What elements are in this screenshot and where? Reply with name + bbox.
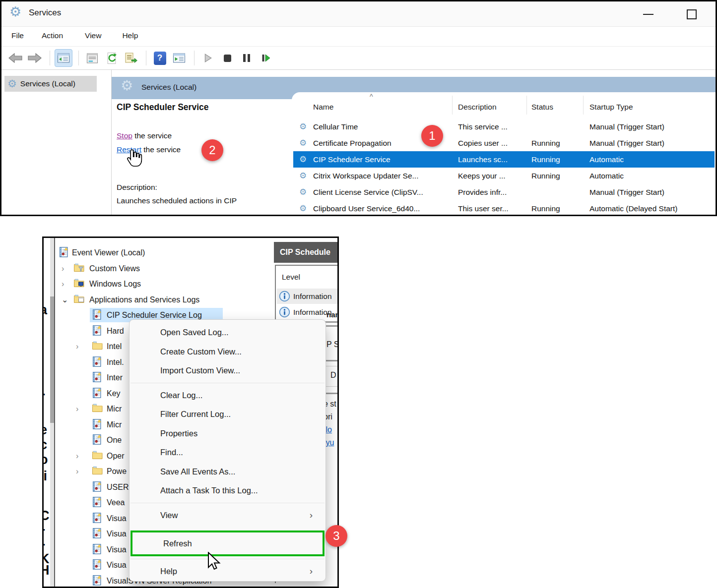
service-row[interactable]: ⚙Clipboard User Service_6d40...This user…	[293, 200, 715, 216]
column-header-startup-type[interactable]: Startup Type	[589, 103, 633, 112]
event-row[interactable]: Information	[277, 289, 339, 304]
export-list-icon	[125, 53, 137, 63]
service-status-cell: Running	[531, 168, 586, 184]
background-scrollbar-thumb[interactable]	[50, 296, 54, 423]
services-icon: ⚙	[7, 78, 17, 89]
chevron-expanded-icon[interactable]: ⌄	[62, 292, 68, 308]
event-log-icon	[92, 481, 102, 494]
restart-icon	[261, 54, 271, 62]
tree-item-label: Services (Local)	[20, 79, 75, 88]
menu-item-find-[interactable]: Find...	[130, 443, 326, 462]
column-header-status[interactable]: Status	[531, 103, 553, 112]
service-name-cell: CIP Scheduler Service	[313, 151, 455, 168]
maximize-button[interactable]	[687, 9, 697, 19]
properties-button[interactable]	[83, 49, 101, 67]
service-startup-type-cell: Automatic	[589, 151, 714, 168]
menu-item-refresh[interactable]: Refresh	[132, 532, 323, 554]
menu-item-clear-log-[interactable]: Clear Log...	[130, 386, 326, 405]
stop-service-suffix: the service	[132, 131, 172, 140]
refresh-highlight-box: Refresh	[130, 530, 325, 556]
minimize-button[interactable]	[643, 14, 653, 15]
menu-view[interactable]: View	[85, 31, 101, 40]
chevron-collapsed-icon[interactable]: ›	[76, 448, 78, 464]
service-row[interactable]: ⚙Certificate PropagationCopies user ...R…	[293, 135, 715, 151]
menu-bar: FileActionViewHelp	[1, 27, 716, 47]
level-column-header[interactable]: Level	[282, 273, 300, 282]
background-text-fragment: c	[44, 437, 47, 453]
events-pane-title: CIP Schedule	[274, 242, 339, 263]
refresh-icon	[106, 52, 118, 64]
tree-item-label: Intel	[107, 339, 122, 354]
tree-item-services-local[interactable]: ⚙ Services (Local)	[4, 76, 97, 92]
menu-file[interactable]: File	[11, 31, 24, 40]
chevron-collapsed-icon[interactable]: ›	[62, 276, 64, 292]
service-name-cell: Clipboard User Service_6d40...	[313, 200, 455, 216]
service-status-cell: Running	[531, 200, 586, 216]
pause-service-button[interactable]	[238, 49, 256, 67]
forward-button[interactable]	[26, 49, 44, 67]
submenu-arrow-icon: ›	[310, 562, 313, 581]
service-row[interactable]: ⚙Cellular TimeThis service ...Manual (Tr…	[293, 118, 715, 135]
service-gear-icon: ⚙	[299, 200, 311, 216]
menu-item-help[interactable]: Help›	[130, 562, 326, 581]
menu-item-filter-current-log-[interactable]: Filter Current Log...	[130, 405, 326, 424]
back-button[interactable]	[6, 49, 24, 67]
service-startup-type-cell: Automatic (Delayed Start)	[589, 200, 714, 216]
menu-item-view[interactable]: View›	[130, 506, 326, 525]
chevron-collapsed-icon[interactable]: ›	[76, 464, 78, 479]
menu-item-create-custom-view-[interactable]: Create Custom View...	[130, 342, 326, 361]
chevron-collapsed-icon[interactable]: ›	[62, 261, 64, 277]
service-name-cell: Client License Service (ClipSV...	[313, 184, 455, 200]
context-menu: Open Saved Log...Create Custom View...Im…	[129, 319, 326, 582]
tree-item-label: Micr	[107, 417, 122, 433]
tree-item-label: Hard	[107, 323, 124, 339]
event-log-icon	[92, 356, 102, 369]
chevron-collapsed-icon[interactable]: ›	[76, 401, 78, 417]
help-button[interactable]: ?	[151, 49, 169, 67]
panel-border-fragment	[325, 325, 339, 327]
event-level-cell: Information	[293, 304, 332, 320]
arrow-right-icon	[27, 53, 42, 63]
service-description-cell: This user ser...	[458, 200, 528, 216]
fragment-text: P S	[326, 340, 339, 349]
arrow-left-icon	[8, 53, 23, 63]
show-action-pane-button[interactable]	[170, 49, 188, 67]
event-log-icon	[92, 513, 102, 525]
menu-action[interactable]: Action	[42, 31, 63, 40]
menu-help[interactable]: Help	[122, 31, 138, 40]
menu-item-attach-a-task-to-this-log-[interactable]: Attach a Task To this Log...	[130, 481, 326, 500]
menu-item-import-custom-view-[interactable]: Import Custom View...	[130, 361, 326, 380]
start-service-button[interactable]	[199, 49, 217, 67]
restart-service-button[interactable]	[257, 49, 275, 67]
background-text-fragment: a	[44, 302, 47, 318]
tree-item-label: Powe	[107, 464, 127, 479]
column-header-description[interactable]: Description	[458, 103, 497, 112]
folder-icon	[92, 341, 103, 353]
service-startup-type-cell: Manual (Trigger Start)	[589, 118, 714, 135]
service-row[interactable]: ⚙CIP Scheduler ServiceLaunches sc...Runn…	[293, 151, 715, 168]
tree-item-label: Visua	[107, 542, 127, 558]
service-row[interactable]: ⚙Citrix Workspace Updater Se...Keeps you…	[293, 168, 715, 184]
show-console-tree-button[interactable]	[55, 49, 72, 67]
tree-item-label: Micr	[107, 401, 122, 417]
stop-service-link[interactable]: Stop	[117, 131, 132, 140]
fragment-text: D	[330, 371, 336, 380]
service-description-cell: Provides infr...	[458, 184, 528, 200]
export-list-button[interactable]	[122, 49, 140, 67]
column-header-name[interactable]: Name	[313, 103, 333, 112]
stop-service-button[interactable]	[218, 49, 236, 67]
event-log-icon	[92, 497, 102, 509]
refresh-button[interactable]	[103, 49, 121, 67]
toolbar-separator	[50, 51, 50, 65]
help-icon: ?	[154, 52, 166, 65]
chevron-collapsed-icon[interactable]: ›	[76, 339, 78, 354]
pause-icon	[243, 54, 250, 62]
service-status-cell	[531, 118, 586, 135]
tree-item-label: Visua	[107, 526, 127, 542]
tree-item-label: Key	[107, 386, 121, 402]
service-row[interactable]: ⚙Client License Service (ClipSV...Provid…	[293, 184, 715, 200]
fragment-text: nam	[326, 310, 339, 319]
menu-item-properties[interactable]: Properties	[130, 424, 326, 443]
menu-item-save-all-events-as-[interactable]: Save All Events As...	[130, 462, 326, 481]
menu-item-open-saved-log-[interactable]: Open Saved Log...	[130, 323, 326, 342]
